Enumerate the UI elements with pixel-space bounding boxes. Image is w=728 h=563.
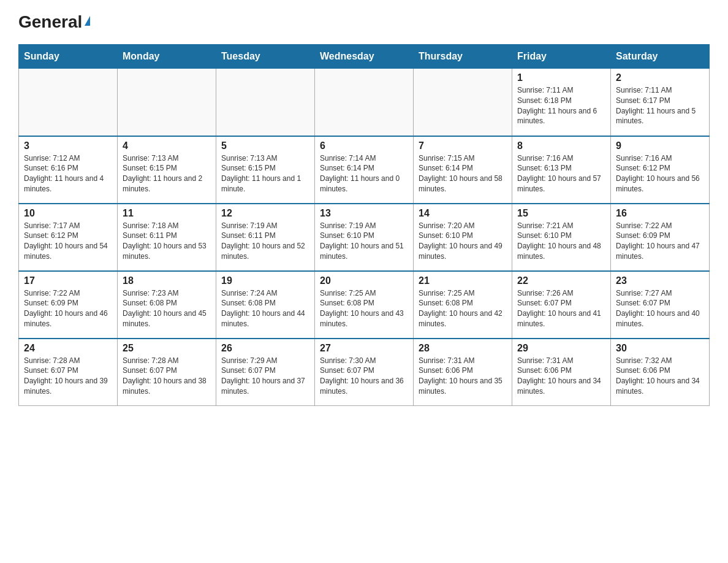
calendar-week-row: 10Sunrise: 7:17 AM Sunset: 6:12 PM Dayli… (19, 204, 710, 271)
calendar-day-cell: 26Sunrise: 7:29 AM Sunset: 6:07 PM Dayli… (216, 339, 315, 406)
calendar-day-cell: 13Sunrise: 7:19 AM Sunset: 6:10 PM Dayli… (315, 204, 414, 271)
calendar-day-cell (216, 69, 315, 136)
day-of-week-header: Monday (118, 45, 216, 69)
day-of-week-header: Friday (512, 45, 611, 69)
day-number: 9 (616, 140, 704, 151)
day-info: Sunrise: 7:16 AM Sunset: 6:12 PM Dayligh… (616, 153, 704, 194)
calendar-day-cell: 11Sunrise: 7:18 AM Sunset: 6:11 PM Dayli… (118, 204, 216, 271)
day-number: 28 (419, 343, 507, 354)
calendar-day-cell: 2Sunrise: 7:11 AM Sunset: 6:17 PM Daylig… (611, 69, 710, 136)
day-number: 15 (517, 208, 605, 219)
day-number: 29 (517, 343, 605, 354)
day-number: 12 (221, 208, 309, 219)
calendar-day-cell: 8Sunrise: 7:16 AM Sunset: 6:13 PM Daylig… (512, 136, 611, 204)
calendar-day-cell: 19Sunrise: 7:24 AM Sunset: 6:08 PM Dayli… (216, 271, 315, 339)
day-number: 11 (123, 208, 211, 219)
day-info: Sunrise: 7:15 AM Sunset: 6:14 PM Dayligh… (419, 153, 507, 194)
day-of-week-header: Thursday (414, 45, 512, 69)
day-info: Sunrise: 7:17 AM Sunset: 6:12 PM Dayligh… (24, 221, 112, 262)
day-info: Sunrise: 7:25 AM Sunset: 6:08 PM Dayligh… (320, 288, 408, 329)
calendar-day-cell: 16Sunrise: 7:22 AM Sunset: 6:09 PM Dayli… (611, 204, 710, 271)
calendar-day-cell (118, 69, 216, 136)
day-number: 4 (123, 140, 211, 151)
calendar-day-cell: 5Sunrise: 7:13 AM Sunset: 6:15 PM Daylig… (216, 136, 315, 204)
day-info: Sunrise: 7:14 AM Sunset: 6:14 PM Dayligh… (320, 153, 408, 194)
calendar-day-cell: 23Sunrise: 7:27 AM Sunset: 6:07 PM Dayli… (611, 271, 710, 339)
day-info: Sunrise: 7:24 AM Sunset: 6:08 PM Dayligh… (221, 288, 309, 329)
calendar-day-cell (315, 69, 414, 136)
day-of-week-header: Tuesday (216, 45, 315, 69)
calendar-day-cell: 21Sunrise: 7:25 AM Sunset: 6:08 PM Dayli… (414, 271, 512, 339)
calendar-day-cell: 24Sunrise: 7:28 AM Sunset: 6:07 PM Dayli… (19, 339, 118, 406)
calendar-day-cell: 15Sunrise: 7:21 AM Sunset: 6:10 PM Dayli… (512, 204, 611, 271)
day-info: Sunrise: 7:31 AM Sunset: 6:06 PM Dayligh… (419, 356, 507, 397)
day-number: 23 (616, 275, 704, 286)
calendar-day-cell (19, 69, 118, 136)
day-info: Sunrise: 7:18 AM Sunset: 6:11 PM Dayligh… (123, 221, 211, 262)
day-number: 14 (419, 208, 507, 219)
day-info: Sunrise: 7:21 AM Sunset: 6:10 PM Dayligh… (517, 221, 605, 262)
day-info: Sunrise: 7:22 AM Sunset: 6:09 PM Dayligh… (24, 288, 112, 329)
day-number: 22 (517, 275, 605, 286)
day-number: 7 (419, 140, 507, 151)
day-info: Sunrise: 7:22 AM Sunset: 6:09 PM Dayligh… (616, 221, 704, 262)
calendar-day-cell: 18Sunrise: 7:23 AM Sunset: 6:08 PM Dayli… (118, 271, 216, 339)
calendar-day-cell: 3Sunrise: 7:12 AM Sunset: 6:16 PM Daylig… (19, 136, 118, 204)
day-number: 5 (221, 140, 309, 151)
calendar-week-row: 1Sunrise: 7:11 AM Sunset: 6:18 PM Daylig… (19, 69, 710, 136)
calendar-day-cell: 14Sunrise: 7:20 AM Sunset: 6:10 PM Dayli… (414, 204, 512, 271)
day-number: 18 (123, 275, 211, 286)
calendar-week-row: 17Sunrise: 7:22 AM Sunset: 6:09 PM Dayli… (19, 271, 710, 339)
calendar-day-cell: 25Sunrise: 7:28 AM Sunset: 6:07 PM Dayli… (118, 339, 216, 406)
calendar-day-cell: 10Sunrise: 7:17 AM Sunset: 6:12 PM Dayli… (19, 204, 118, 271)
day-info: Sunrise: 7:26 AM Sunset: 6:07 PM Dayligh… (517, 288, 605, 329)
calendar-week-row: 24Sunrise: 7:28 AM Sunset: 6:07 PM Dayli… (19, 339, 710, 406)
calendar-table: SundayMondayTuesdayWednesdayThursdayFrid… (18, 44, 710, 406)
calendar-day-cell: 30Sunrise: 7:32 AM Sunset: 6:06 PM Dayli… (611, 339, 710, 406)
day-info: Sunrise: 7:19 AM Sunset: 6:10 PM Dayligh… (320, 221, 408, 262)
day-info: Sunrise: 7:11 AM Sunset: 6:18 PM Dayligh… (517, 85, 605, 126)
day-info: Sunrise: 7:30 AM Sunset: 6:07 PM Dayligh… (320, 356, 408, 397)
day-info: Sunrise: 7:23 AM Sunset: 6:08 PM Dayligh… (123, 288, 211, 329)
calendar-day-cell (414, 69, 512, 136)
day-number: 16 (616, 208, 704, 219)
calendar-day-cell: 4Sunrise: 7:13 AM Sunset: 6:15 PM Daylig… (118, 136, 216, 204)
calendar-day-cell: 1Sunrise: 7:11 AM Sunset: 6:18 PM Daylig… (512, 69, 611, 136)
calendar-day-cell: 6Sunrise: 7:14 AM Sunset: 6:14 PM Daylig… (315, 136, 414, 204)
day-number: 30 (616, 343, 704, 354)
day-of-week-header: Sunday (19, 45, 118, 69)
day-info: Sunrise: 7:19 AM Sunset: 6:11 PM Dayligh… (221, 221, 309, 262)
logo-triangle-icon (85, 16, 90, 26)
calendar-day-cell: 27Sunrise: 7:30 AM Sunset: 6:07 PM Dayli… (315, 339, 414, 406)
calendar-day-cell: 9Sunrise: 7:16 AM Sunset: 6:12 PM Daylig… (611, 136, 710, 204)
day-info: Sunrise: 7:13 AM Sunset: 6:15 PM Dayligh… (123, 153, 211, 194)
day-info: Sunrise: 7:11 AM Sunset: 6:17 PM Dayligh… (616, 85, 704, 126)
calendar-day-cell: 12Sunrise: 7:19 AM Sunset: 6:11 PM Dayli… (216, 204, 315, 271)
calendar-day-cell: 29Sunrise: 7:31 AM Sunset: 6:06 PM Dayli… (512, 339, 611, 406)
day-of-week-header: Wednesday (315, 45, 414, 69)
logo-general-text: General (18, 12, 82, 32)
day-info: Sunrise: 7:16 AM Sunset: 6:13 PM Dayligh… (517, 153, 605, 194)
day-info: Sunrise: 7:20 AM Sunset: 6:10 PM Dayligh… (419, 221, 507, 262)
day-number: 20 (320, 275, 408, 286)
day-number: 25 (123, 343, 211, 354)
day-number: 10 (24, 208, 112, 219)
day-info: Sunrise: 7:28 AM Sunset: 6:07 PM Dayligh… (123, 356, 211, 397)
day-info: Sunrise: 7:28 AM Sunset: 6:07 PM Dayligh… (24, 356, 112, 397)
day-number: 3 (24, 140, 112, 151)
day-info: Sunrise: 7:32 AM Sunset: 6:06 PM Dayligh… (616, 356, 704, 397)
day-of-week-header: Saturday (611, 45, 710, 69)
day-info: Sunrise: 7:27 AM Sunset: 6:07 PM Dayligh… (616, 288, 704, 329)
day-info: Sunrise: 7:29 AM Sunset: 6:07 PM Dayligh… (221, 356, 309, 397)
day-number: 17 (24, 275, 112, 286)
day-number: 2 (616, 72, 704, 83)
calendar-week-row: 3Sunrise: 7:12 AM Sunset: 6:16 PM Daylig… (19, 136, 710, 204)
day-number: 19 (221, 275, 309, 286)
day-info: Sunrise: 7:31 AM Sunset: 6:06 PM Dayligh… (517, 356, 605, 397)
day-info: Sunrise: 7:12 AM Sunset: 6:16 PM Dayligh… (24, 153, 112, 194)
day-info: Sunrise: 7:13 AM Sunset: 6:15 PM Dayligh… (221, 153, 309, 194)
day-number: 27 (320, 343, 408, 354)
day-number: 13 (320, 208, 408, 219)
day-info: Sunrise: 7:25 AM Sunset: 6:08 PM Dayligh… (419, 288, 507, 329)
day-number: 21 (419, 275, 507, 286)
